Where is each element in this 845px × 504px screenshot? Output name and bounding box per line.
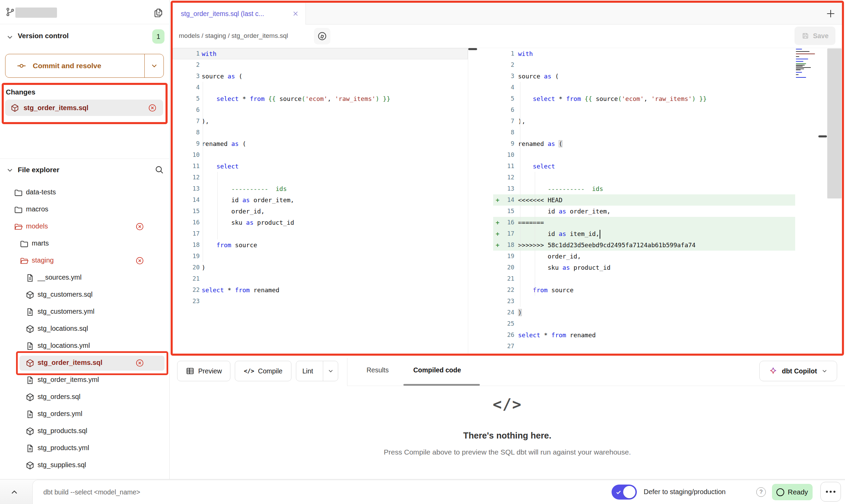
code-line-17[interactable]: +17 id as item_id,	[493, 228, 795, 239]
code-line-16[interactable]: 16 sku as product_id	[173, 217, 468, 228]
preview-button[interactable]: Preview	[177, 361, 230, 381]
code-line-14[interactable]: +14<<<<<<< HEAD	[493, 194, 795, 206]
code-line-19[interactable]: 19	[173, 251, 468, 262]
code-line-8[interactable]: 8	[173, 127, 468, 138]
code-line-21[interactable]: 21	[493, 273, 795, 284]
code-line-22[interactable]: 22 from source	[493, 284, 795, 296]
code-line-15[interactable]: 15 id as order_item,	[493, 206, 795, 217]
code-line-18[interactable]: +18>>>>>>> 58c1dd23d5eebd9cd2495fa7124ab…	[493, 239, 795, 251]
scrollbar-thumb[interactable]	[468, 48, 477, 50]
file-tree-item-stg-customers-yml[interactable]: stg_customers.yml	[0, 303, 170, 321]
file-tree-item-marts[interactable]: marts	[0, 235, 170, 252]
file-tree-item-data-tests[interactable]: data-tests	[0, 184, 170, 201]
code-line-9[interactable]: 9renamed as (	[493, 138, 795, 149]
file-tree-label: marts	[32, 239, 49, 247]
code-line-20[interactable]: 20 sku as product_id	[493, 262, 795, 273]
code-text	[200, 228, 202, 239]
code-line-5[interactable]: 5 select * from {{ source('ecom', 'raw_i…	[173, 93, 468, 104]
file-tree-item-stg-order-items-yml[interactable]: stg_order_items.yml	[0, 372, 170, 389]
code-line-20[interactable]: 20)	[173, 262, 468, 273]
code-text	[200, 127, 202, 138]
lineage-compass-icon[interactable]	[314, 28, 330, 44]
diff-added-marker: +	[493, 228, 502, 239]
code-line-1[interactable]: 1with	[173, 48, 468, 59]
new-tab-plus-icon[interactable]	[825, 8, 836, 19]
compile-button[interactable]: </> Compile	[235, 361, 291, 381]
help-question-icon[interactable]: ?	[756, 487, 766, 497]
code-line-24[interactable]: 24)	[493, 307, 795, 318]
file-tree-item-macros[interactable]: macros	[0, 201, 170, 218]
indent-guide	[535, 172, 535, 296]
tab-compiled-code[interactable]: Compiled code	[413, 366, 461, 374]
code-line-6[interactable]: 6	[173, 104, 468, 116]
file-tree-item-stg-products-yml[interactable]: stg_products.yml	[0, 440, 170, 457]
file-tree-item-stg-products-sql[interactable]: stg_products.sql	[0, 423, 170, 440]
file-tree-item-models[interactable]: models	[0, 218, 170, 235]
minimap[interactable]	[796, 49, 820, 78]
file-tree-item-stg-orders-sql[interactable]: stg_orders.sql	[0, 389, 170, 406]
tab-close-icon[interactable]	[292, 10, 299, 17]
code-line-3[interactable]: 3source as (	[493, 71, 795, 82]
code-line-18[interactable]: 18 from source	[173, 239, 468, 251]
code-line-13[interactable]: 13 ---------- ids	[173, 183, 468, 194]
code-line-7[interactable]: 7),	[173, 116, 468, 127]
code-line-15[interactable]: 15 order_id,	[173, 206, 468, 217]
code-line-22[interactable]: 22select * from renamed	[173, 284, 468, 296]
code-line-26[interactable]: 26select * from renamed	[493, 329, 795, 341]
file-tree-item-stg-customers-sql[interactable]: stg_customers.sql	[0, 286, 170, 303]
file-tree-item-stg-orders-yml[interactable]: stg_orders.yml	[0, 406, 170, 423]
file-tree-item-stg-order-items-sql[interactable]: stg_order_items.sql	[0, 355, 170, 372]
more-options-button[interactable]	[820, 482, 841, 502]
code-line-14[interactable]: 14 id as order_item,	[173, 194, 468, 206]
command-input-placeholder[interactable]: dbt build --select <model_name>	[43, 488, 140, 496]
code-line-25[interactable]: 25	[493, 318, 795, 329]
discard-change-icon[interactable]	[135, 222, 144, 231]
file-tree-item-stg-supplies-sql[interactable]: stg_supplies.sql	[0, 457, 170, 474]
code-line-2[interactable]: 2	[173, 59, 468, 71]
lint-dropdown-chevron[interactable]	[323, 361, 338, 381]
lint-button[interactable]: Lint	[296, 361, 338, 381]
code-line-2[interactable]: 2	[493, 59, 795, 71]
discard-change-icon[interactable]	[135, 358, 144, 368]
file-tree-item-stg-locations-yml[interactable]: stg_locations.yml	[0, 338, 170, 355]
code-line-12[interactable]: 12	[173, 172, 468, 183]
tab-stg-order-items[interactable]: stg_order_items.sql (last c...	[173, 3, 306, 25]
minimap-slider[interactable]	[827, 48, 842, 198]
scrollbar-thumb[interactable]	[818, 135, 827, 137]
code-line-16[interactable]: +16=======	[493, 217, 795, 228]
file-tree-item-stg-locations-sql[interactable]: stg_locations.sql	[0, 321, 170, 338]
editor-pane-incoming[interactable]: 1with23source as (45 select * from {{ so…	[493, 48, 795, 356]
code-line-10[interactable]: 10	[493, 149, 795, 161]
discard-change-icon[interactable]	[135, 256, 144, 265]
code-line-23[interactable]: 23	[493, 296, 795, 307]
code-line-21[interactable]: 21	[173, 273, 468, 284]
code-line-19[interactable]: 19 order_id,	[493, 251, 795, 262]
code-line-17[interactable]: 17	[173, 228, 468, 239]
file-tree-item--sources-yml[interactable]: __sources.yml	[0, 269, 170, 286]
tab-results[interactable]: Results	[367, 366, 389, 374]
code-text	[514, 172, 518, 183]
expand-panel-caret-icon[interactable]	[10, 488, 19, 497]
code-line-11[interactable]: 11 select	[493, 161, 795, 172]
save-button[interactable]: Save	[794, 27, 835, 45]
code-line-4[interactable]: 4	[493, 82, 795, 93]
code-line-23[interactable]: 23	[173, 296, 468, 307]
code-line-1[interactable]: 1with	[493, 48, 795, 59]
editor-pane-current[interactable]: 1with23source as (45 select * from {{ so…	[173, 48, 468, 356]
code-line-13[interactable]: 13 ---------- ids	[493, 183, 795, 194]
code-line-8[interactable]: 8	[493, 127, 795, 138]
code-line-7[interactable]: 7),	[493, 116, 795, 127]
code-line-9[interactable]: 9renamed as (	[173, 138, 468, 149]
file-tree-item-staging[interactable]: staging	[0, 252, 170, 269]
defer-toggle[interactable]	[612, 485, 637, 500]
dbt-copilot-button[interactable]: dbt Copilot	[759, 361, 837, 381]
code-line-11[interactable]: 11 select	[173, 161, 468, 172]
line-number: 11	[173, 161, 200, 172]
code-line-6[interactable]: 6	[493, 104, 795, 116]
code-line-12[interactable]: 12	[493, 172, 795, 183]
code-line-3[interactable]: 3source as (	[173, 71, 468, 82]
code-line-5[interactable]: 5 select * from {{ source('ecom', 'raw_i…	[493, 93, 795, 104]
code-line-4[interactable]: 4	[173, 82, 468, 93]
code-line-10[interactable]: 10	[173, 149, 468, 161]
code-line-27[interactable]: 27	[493, 341, 795, 352]
